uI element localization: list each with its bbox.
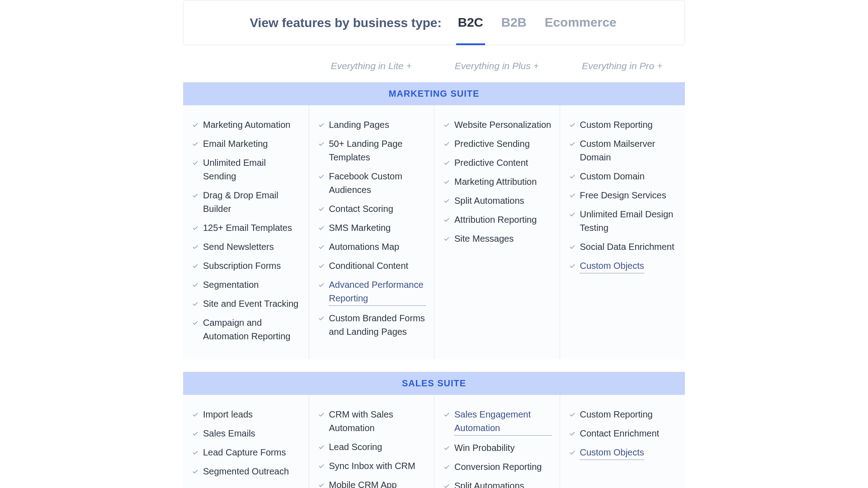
feature-label: Segmented Outreach xyxy=(203,465,289,478)
feature-link[interactable]: Advanced Performance Reporting xyxy=(329,278,426,306)
check-icon xyxy=(191,299,199,310)
feature-item: Facebook Custom Audiences xyxy=(317,168,426,200)
feature-item: SMS Marketing xyxy=(317,219,426,238)
feature-label: Email Marketing xyxy=(203,137,268,150)
feature-item: Unlimited Email Design Testing xyxy=(568,206,677,238)
feature-item: Segmentation xyxy=(191,276,301,295)
feature-item: Landing Pages xyxy=(317,116,426,135)
business-type-tabs-card: View features by business type: B2C B2B … xyxy=(183,0,685,45)
feature-item: Lead Scoring xyxy=(317,438,426,457)
check-icon xyxy=(443,196,451,206)
feature-item: Win Probability xyxy=(443,439,552,458)
feature-label: Custom Reporting xyxy=(580,118,653,131)
feature-item: Campaign and Automation Reporting xyxy=(191,314,301,347)
feature-item: 50+ Landing Page Templates xyxy=(317,135,426,168)
check-icon xyxy=(191,447,199,458)
check-icon xyxy=(568,171,576,182)
check-icon xyxy=(443,177,451,188)
feature-label: Import leads xyxy=(203,408,253,421)
marketing-col-3: Custom ReportingCustom Mailserver Domain… xyxy=(560,105,685,359)
check-icon xyxy=(191,280,199,291)
feature-item: Site and Event Tracking xyxy=(191,295,301,314)
feature-label: Automations Map xyxy=(329,240,400,253)
check-icon xyxy=(568,261,576,272)
check-icon xyxy=(191,242,199,253)
feature-label: 125+ Email Templates xyxy=(203,221,292,235)
feature-label: Split Automations xyxy=(454,479,524,488)
feature-item: Free Design Services xyxy=(568,187,677,206)
feature-item: Custom Objects xyxy=(568,444,677,464)
tier-label-plus: Everything in Lite + xyxy=(309,61,434,71)
check-icon xyxy=(443,409,451,420)
feature-label: Send Newsletters xyxy=(203,240,274,253)
feature-link[interactable]: Custom Objects xyxy=(580,446,644,460)
feature-label: Site and Event Tracking xyxy=(203,297,298,310)
feature-label: Unlimited Email Design Testing xyxy=(580,207,677,235)
check-icon xyxy=(191,318,199,328)
feature-item: Site Messages xyxy=(443,230,552,249)
check-icon xyxy=(191,139,199,150)
marketing-col-2: Website PersonalizationPredictive Sendin… xyxy=(434,105,560,359)
feature-item: Predictive Sending xyxy=(443,135,552,154)
feature-item: Conditional Content xyxy=(317,257,426,276)
sales-features-grid: Import leadsSales EmailsLead Capture For… xyxy=(183,395,685,488)
feature-item: Email Marketing xyxy=(191,135,301,154)
feature-item: Unlimited Email Sending xyxy=(191,154,301,187)
check-icon xyxy=(568,428,576,439)
check-icon xyxy=(317,242,326,253)
sales-col-0: Import leadsSales EmailsLead Capture For… xyxy=(183,395,309,488)
tier-label-lite xyxy=(183,61,309,71)
check-icon xyxy=(317,313,326,324)
check-icon xyxy=(568,139,576,150)
feature-item: Sales Emails xyxy=(191,425,301,444)
feature-item: Predictive Content xyxy=(443,154,552,173)
tab-ecommerce[interactable]: Ecommerce xyxy=(543,1,618,45)
check-icon xyxy=(568,242,576,253)
feature-item: Custom Reporting xyxy=(568,406,677,425)
feature-item: Marketing Attribution xyxy=(443,173,552,192)
marketing-features-grid: Marketing AutomationEmail MarketingUnlim… xyxy=(183,105,685,359)
marketing-col-1: Landing Pages50+ Landing Page TemplatesF… xyxy=(309,105,434,359)
feature-label: 50+ Landing Page Templates xyxy=(329,137,426,164)
feature-item: Custom Branded Forms and Landing Pages xyxy=(317,310,426,342)
tier-label-enterprise: Everything in Pro + xyxy=(560,61,685,71)
tab-b2b[interactable]: B2B xyxy=(500,1,528,45)
feature-label: Custom Domain xyxy=(580,169,645,183)
feature-label: Win Probability xyxy=(454,441,514,455)
feature-item: Custom Reporting xyxy=(568,116,677,135)
check-icon xyxy=(443,443,451,454)
feature-label: Website Personalization xyxy=(454,118,551,131)
tab-b2c[interactable]: B2C xyxy=(456,1,485,45)
feature-item: Attribution Reporting xyxy=(443,211,552,230)
feature-label: Conversion Reporting xyxy=(454,460,542,474)
check-icon xyxy=(568,209,576,220)
check-icon xyxy=(443,139,451,150)
feature-label: Marketing Attribution xyxy=(454,175,537,188)
check-icon xyxy=(191,158,199,169)
feature-link[interactable]: Custom Objects xyxy=(580,259,644,273)
check-icon xyxy=(568,120,576,131)
feature-label: Custom Branded Forms and Landing Pages xyxy=(329,311,426,338)
check-icon xyxy=(317,139,326,150)
feature-label: Drag & Drop Email Builder xyxy=(203,188,301,216)
sales-col-3: Custom ReportingContact EnrichmentCustom… xyxy=(560,395,685,488)
tier-label-pro: Everything in Plus + xyxy=(434,61,560,71)
feature-item: Split Automations xyxy=(443,192,552,211)
marketing-suite-header: MARKETING SUITE xyxy=(183,82,685,105)
sales-suite-header: SALES SUITE xyxy=(183,372,685,395)
check-icon xyxy=(443,234,451,244)
feature-item: CRM with Sales Automation xyxy=(317,406,426,438)
check-icon xyxy=(191,120,199,131)
feature-item: Advanced Performance Reporting xyxy=(317,276,426,310)
feature-label: SMS Marketing xyxy=(329,221,391,235)
check-icon xyxy=(317,223,326,234)
feature-item: Custom Domain xyxy=(568,168,677,187)
feature-label: Sync Inbox with CRM xyxy=(329,459,415,473)
feature-item: Segmented Outreach xyxy=(191,463,301,482)
check-icon xyxy=(568,190,576,201)
check-icon xyxy=(568,409,576,420)
feature-label: Subscription Forms xyxy=(203,259,281,272)
feature-label: Landing Pages xyxy=(329,118,389,131)
feature-link[interactable]: Sales Engagement Automation xyxy=(454,408,552,436)
tier-labels-row: Everything in Lite + Everything in Plus … xyxy=(183,50,685,82)
